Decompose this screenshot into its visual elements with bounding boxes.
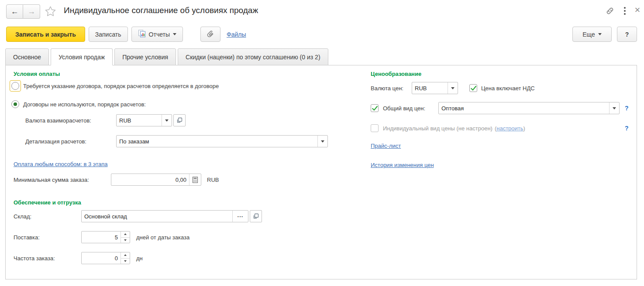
- open-form-icon: [253, 213, 259, 219]
- spinner-up-button[interactable]: [121, 252, 130, 259]
- settlement-detail-combo[interactable]: [116, 135, 328, 147]
- agreement-form-window: ← → Индивидуальное соглашение об условия…: [0, 0, 644, 286]
- settlement-currency-input[interactable]: [117, 115, 162, 126]
- dropdown-arrow-button[interactable]: [448, 82, 458, 94]
- back-button[interactable]: ←: [6, 4, 23, 19]
- delivery-label: Поставка:: [14, 234, 81, 241]
- chevron-down-icon: [321, 140, 324, 143]
- price-history-row: История изменения цен: [371, 159, 434, 171]
- choose-button[interactable]: ...: [232, 211, 248, 222]
- chevron-down-icon: [598, 33, 602, 35]
- frequency-suffix: дн: [136, 255, 143, 262]
- price-currency-row: Валюта цен: Цена включает НДС: [371, 82, 535, 94]
- tab-main[interactable]: Основное: [5, 48, 49, 65]
- delivery-input[interactable]: [82, 232, 121, 243]
- delivery-field[interactable]: [81, 231, 130, 243]
- individual-price-checkbox[interactable]: [371, 124, 379, 132]
- radio-contract-label: Требуется указание договора, порядок рас…: [23, 83, 219, 89]
- chevron-down-icon: [173, 33, 176, 35]
- price-history-link[interactable]: История изменения цен: [371, 162, 434, 168]
- tab-sale-conditions[interactable]: Условия продаж: [51, 48, 113, 65]
- warehouse-row: Склад: ...: [14, 210, 262, 222]
- favorite-star-icon[interactable]: [45, 6, 56, 18]
- delivery-spinner: [121, 232, 130, 243]
- payment-schedule-row: Оплата любым способом: в 3 этапа: [14, 158, 108, 170]
- settlement-detail-row: Детализация расчетов:: [25, 135, 328, 147]
- frequency-field[interactable]: [81, 252, 130, 264]
- paperclip-icon: [207, 30, 214, 39]
- pricing-section-title: Ценообразование: [371, 71, 421, 77]
- open-currency-button[interactable]: [173, 114, 186, 126]
- reports-button[interactable]: Отчеты: [131, 27, 183, 42]
- price-currency-label: Валюта цен:: [371, 85, 412, 92]
- save-button[interactable]: Записать: [89, 27, 128, 42]
- reports-icon: [138, 30, 146, 39]
- settlement-detail-input[interactable]: [117, 136, 317, 147]
- tab-strip: Основное Условия продаж Прочие условия С…: [5, 48, 328, 65]
- open-form-icon: [176, 117, 183, 123]
- delivery-row: Поставка: дней от даты заказа: [14, 231, 189, 243]
- dropdown-arrow-button[interactable]: [609, 102, 619, 114]
- tab-content-panel: Условия оплаты Требуется указание догово…: [5, 65, 637, 279]
- attachments-button[interactable]: [200, 27, 220, 42]
- kebab-menu-icon[interactable]: [621, 6, 628, 16]
- payment-schedule-link[interactable]: Оплата любым способом: в 3 этапа: [14, 161, 108, 167]
- common-price-combo[interactable]: [438, 102, 620, 114]
- help-button[interactable]: ?: [617, 27, 637, 42]
- forward-button[interactable]: →: [23, 4, 40, 19]
- common-price-row: Общий вид цен:: [371, 102, 620, 114]
- common-price-input[interactable]: [439, 102, 609, 114]
- frequency-row: Частота заказа: дн: [14, 252, 143, 264]
- warehouse-input[interactable]: [82, 211, 232, 222]
- radio-row-no-contract: Договоры не используются, порядок расчет…: [11, 98, 146, 110]
- radio-no-contract-label: Договоры не используются, порядок расчет…: [23, 101, 146, 108]
- calculator-button[interactable]: [189, 174, 201, 185]
- dropdown-arrow-button[interactable]: [162, 115, 172, 126]
- open-warehouse-button[interactable]: [250, 210, 262, 222]
- warehouse-label: Склад:: [14, 213, 81, 220]
- min-order-field[interactable]: [111, 174, 201, 186]
- configure-individual-price-link[interactable]: настроить: [496, 125, 523, 132]
- reports-label: Отчеты: [149, 31, 170, 38]
- ellipsis-label: ...: [238, 212, 244, 218]
- more-button[interactable]: Еще: [572, 27, 612, 42]
- tab-other-conditions[interactable]: Прочие условия: [114, 48, 176, 65]
- check-icon: [470, 85, 477, 92]
- settlement-currency-combo[interactable]: [116, 114, 172, 126]
- vat-checkbox[interactable]: [469, 84, 477, 92]
- price-currency-combo[interactable]: [412, 82, 458, 94]
- frequency-input[interactable]: [82, 252, 121, 264]
- files-link[interactable]: Файлы: [227, 31, 246, 38]
- dropdown-arrow-button[interactable]: [317, 136, 327, 147]
- copy-link-icon[interactable]: [604, 5, 616, 17]
- min-order-label: Минимальная сумма заказа:: [14, 177, 111, 183]
- spinner-down-button[interactable]: [121, 238, 130, 243]
- save-label: Записать: [95, 31, 121, 38]
- radio-no-contracts[interactable]: [11, 100, 19, 108]
- individual-price-row: Индивидуальный вид цены (не настроен) ( …: [371, 122, 525, 134]
- spinner-up-icon: [124, 254, 127, 256]
- price-list-link[interactable]: Прайс-лист: [371, 143, 401, 149]
- calculator-icon: [192, 177, 198, 183]
- price-currency-input[interactable]: [412, 82, 448, 94]
- min-order-input[interactable]: [111, 174, 189, 185]
- spinner-down-button[interactable]: [121, 259, 130, 264]
- common-price-checkbox[interactable]: [371, 104, 379, 112]
- save-and-close-button[interactable]: Записать и закрыть: [6, 27, 85, 42]
- settlement-currency-label: Валюта взаиморасчетов:: [25, 117, 116, 124]
- tab-discounts[interactable]: Скидки (наценки) по этому соглашению (0 …: [178, 48, 328, 65]
- min-order-currency: RUB: [207, 177, 219, 183]
- min-order-row: Минимальная сумма заказа: RUB: [14, 174, 219, 186]
- chevron-down-icon: [451, 87, 455, 89]
- spinner-up-button[interactable]: [121, 232, 130, 238]
- help-icon[interactable]: ?: [625, 105, 629, 112]
- payment-section-title: Условия оплаты: [14, 71, 60, 77]
- warehouse-field[interactable]: ...: [81, 210, 248, 222]
- delivery-suffix: дней от даты заказа: [136, 234, 189, 241]
- individual-price-label: Индивидуальный вид цены (не настроен): [383, 125, 492, 132]
- help-icon[interactable]: ?: [625, 125, 629, 132]
- close-icon[interactable]: ×: [632, 3, 643, 17]
- frequency-label: Частота заказа:: [14, 255, 81, 262]
- radio-contract-required[interactable]: [11, 82, 19, 90]
- spinner-up-icon: [124, 233, 127, 235]
